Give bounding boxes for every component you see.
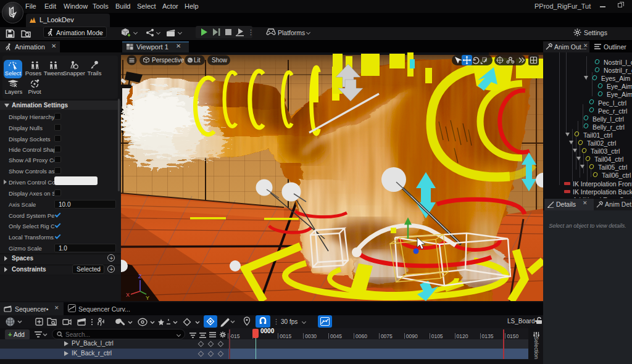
svg-text:Z: Z [138, 273, 142, 279]
svg-text:X: X [126, 292, 130, 298]
svg-text:Y: Y [146, 295, 149, 301]
svg-text:Lit: Lit [194, 57, 201, 64]
svg-text:Perspective: Perspective [152, 57, 185, 64]
svg-text:Show: Show [212, 57, 228, 64]
